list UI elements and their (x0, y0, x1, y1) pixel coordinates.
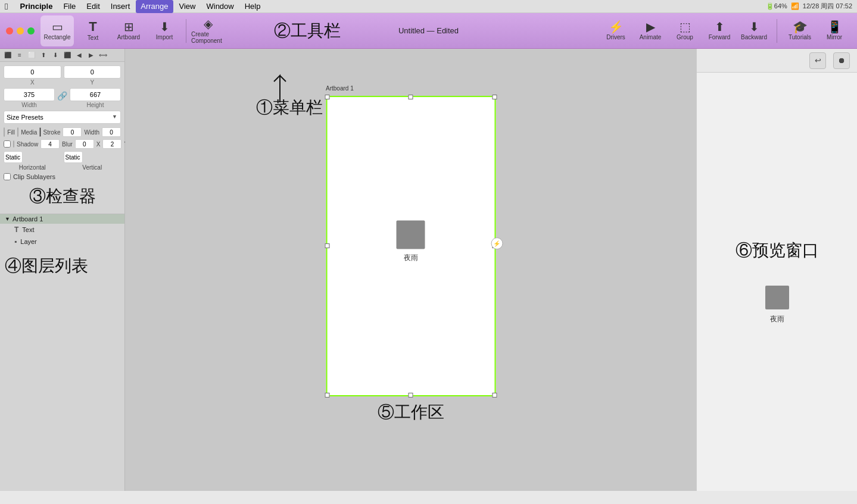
layer-rectangle[interactable] (397, 221, 425, 249)
artboard[interactable]: ⚡ 夜雨 (326, 96, 495, 396)
media-label: Media (21, 129, 37, 136)
align-left-btn[interactable]: ⬛ (2, 51, 13, 60)
x-field: X (4, 65, 61, 86)
handle-bottom-middle[interactable] (409, 393, 413, 397)
toolbar-annotation: ②工具栏 (274, 20, 341, 42)
align-center-h-btn[interactable]: ≡ (14, 51, 25, 60)
create-component-tool[interactable]: ◈ Create Component (191, 15, 225, 46)
handle-bottom-left[interactable] (325, 393, 329, 397)
preview-record-btn[interactable]: ⏺ (833, 52, 850, 69)
height-input[interactable] (70, 88, 121, 101)
size-presets-select[interactable]: Size Presets (4, 111, 121, 124)
toolbar-title-area: Untitled — Edited (398, 26, 459, 35)
group-label: Group (677, 34, 693, 40)
close-button[interactable] (6, 27, 13, 35)
static-h-select[interactable]: Static (4, 151, 23, 163)
align-right-btn[interactable]: ⬜ (26, 51, 37, 60)
animate-icon: ▶ (646, 21, 655, 33)
y-input[interactable] (64, 65, 121, 79)
preview-device: 夜雨 (765, 286, 789, 324)
x-input[interactable] (4, 65, 61, 79)
handle-top-right[interactable] (492, 95, 497, 99)
shadow-x-input[interactable] (75, 139, 94, 149)
handle-top-left[interactable] (325, 95, 329, 99)
import-tool[interactable]: ⬇ Import (148, 15, 181, 46)
align-bottom-btn[interactable]: ⬛ (62, 51, 73, 60)
rectangle-tool[interactable]: ▭ Rectangle (40, 15, 74, 46)
backward-icon: ⬇ (749, 21, 759, 33)
menubar-window[interactable]: Window (201, 0, 238, 13)
apple-menu[interactable]:  (5, 1, 8, 11)
menubar-arrange[interactable]: Arrange (136, 0, 173, 13)
drivers-tool[interactable]: ⚡ Drivers (599, 15, 632, 46)
backward-tool[interactable]: ⬇ Backward (737, 15, 771, 46)
shadow-swatch[interactable] (13, 140, 14, 148)
height-field: Height (70, 88, 121, 108)
media-swatch[interactable] (17, 127, 18, 137)
menubar-help[interactable]: Help (240, 0, 266, 13)
xy-row: X Y (4, 65, 121, 86)
mirror-tool[interactable]: 📱 Mirror (818, 15, 851, 46)
menubar-principle[interactable]: Principle (15, 0, 57, 13)
blur-input[interactable] (40, 139, 60, 149)
distribute-v-btn[interactable]: ▶ (86, 51, 96, 60)
left-panel: ⬛ ≡ ⬜ ⬆ ⬇ ⬛ ◀ ▶ ⟺ X Y (0, 49, 125, 491)
handle-middle-left[interactable] (325, 243, 329, 248)
layer-item[interactable]: ▪ Layer (0, 236, 124, 248)
handle-top-middle[interactable] (409, 95, 413, 99)
rectangle-label: Rectangle (43, 34, 70, 40)
align-center-v-btn[interactable]: ⬇ (50, 51, 61, 60)
stroke-value-input[interactable] (63, 127, 82, 137)
blur-label: Blur (62, 141, 73, 148)
group-tool[interactable]: ⬚ Group (668, 15, 702, 46)
text-layer-item[interactable]: T Text (0, 224, 124, 236)
mirror-icon: 📱 (827, 21, 842, 33)
fill-swatch[interactable] (4, 127, 5, 137)
width-input[interactable] (4, 88, 55, 101)
extra-btn[interactable]: ⟺ (98, 51, 108, 60)
menubar-items: Principle File Edit Insert Arrange View … (15, 0, 265, 13)
canvas-area[interactable]: ①菜单栏 Artboard 1 (125, 49, 696, 491)
menubar-insert[interactable]: Insert (106, 0, 135, 13)
driver-badge[interactable]: ⚡ (491, 237, 503, 249)
stroke-width-input[interactable] (102, 127, 121, 137)
time-display: 12/28 周四 07:52 (803, 2, 852, 11)
menubar-edit[interactable]: Edit (82, 0, 104, 13)
menubar-file[interactable]: File (58, 0, 80, 13)
align-top-btn[interactable]: ⬆ (38, 51, 49, 60)
stroke-swatch[interactable] (39, 127, 40, 137)
clip-sublayers-checkbox[interactable] (4, 173, 11, 180)
fullscreen-button[interactable] (27, 27, 35, 35)
workarea-annotation: ⑤工作区 (378, 401, 444, 424)
text-icon: T (89, 20, 96, 33)
tutorials-tool[interactable]: 🎓 Tutorials (783, 15, 817, 46)
menubar-view[interactable]: View (174, 0, 201, 13)
artboard-layer-header[interactable]: ▼ Artboard 1 (0, 214, 124, 224)
link-icon[interactable]: 🔗 (57, 91, 67, 101)
preview-back-btn[interactable]: ↩ (809, 52, 826, 69)
shadow-checkbox[interactable] (4, 140, 11, 148)
wifi-icon: 📶 (791, 2, 799, 10)
horizontal-label: Horizontal (4, 164, 61, 171)
artboard-layer-name: Artboard 1 (13, 215, 43, 223)
artboard-tool[interactable]: ⊞ Artboard (112, 15, 145, 46)
inspector-annotation: ③检查器 (4, 180, 121, 210)
tutorials-icon: 🎓 (793, 21, 808, 33)
distribute-h-btn[interactable]: ◀ (74, 51, 85, 60)
text-tool[interactable]: T Text (76, 15, 110, 46)
artboard-title: Artboard 1 (326, 85, 354, 92)
static-v-select[interactable]: Static (64, 151, 83, 163)
animate-tool[interactable]: ▶ Animate (634, 15, 667, 46)
fill-label: Fill (7, 129, 15, 136)
minimize-button[interactable] (17, 27, 24, 35)
clip-row: Clip Sublayers (4, 173, 121, 180)
layer-icon: ▪ (14, 237, 17, 246)
handle-bottom-right[interactable] (492, 393, 497, 397)
preview-toolbar: ↩ ⏺ (697, 49, 857, 73)
preview-annotation: ⑥预览窗口 (736, 239, 819, 262)
menu-annotation: ①菜单栏 (256, 96, 323, 119)
preview-layer-label: 夜雨 (770, 314, 784, 324)
text-layer-icon: T (14, 226, 18, 234)
shadow-y-input[interactable] (102, 139, 121, 149)
forward-tool[interactable]: ⬆ Forward (703, 15, 736, 46)
